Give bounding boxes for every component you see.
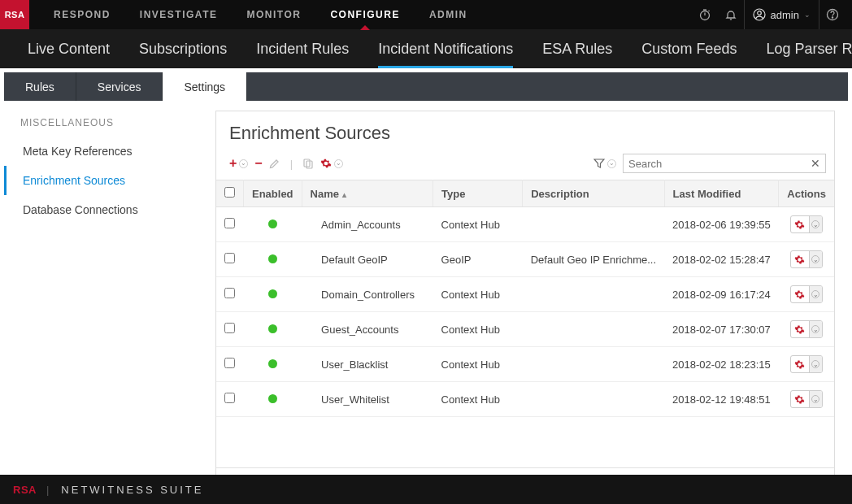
duplicate-button[interactable] bbox=[302, 158, 314, 169]
remove-button[interactable]: − bbox=[254, 156, 262, 171]
help-icon[interactable] bbox=[819, 0, 845, 29]
panel: Enrichment Sources + ⌄ − | ⌄ bbox=[215, 111, 835, 502]
top-bar-right: admin ⌄ bbox=[692, 0, 852, 29]
row-actions-button[interactable]: ⌄ bbox=[790, 355, 823, 373]
gear-icon bbox=[791, 394, 809, 405]
header-name[interactable]: Name▴ bbox=[302, 180, 433, 207]
subnav-incident-notifications[interactable]: Incident Notifications bbox=[363, 29, 528, 68]
subnav-custom-feeds[interactable]: Custom Feeds bbox=[627, 29, 751, 68]
footer-separator: | bbox=[46, 484, 51, 496]
clear-search-icon[interactable]: ✕ bbox=[811, 157, 820, 170]
topnav-respond[interactable]: RESPOND bbox=[39, 0, 125, 29]
topnav-investigate[interactable]: INVESTIGATE bbox=[125, 0, 233, 29]
header-last-modified[interactable]: Last Modified bbox=[664, 180, 779, 207]
chevron-down-icon: ⌄ bbox=[334, 159, 343, 168]
sidebar-item-enrichment[interactable]: Enrichment Sources bbox=[4, 166, 215, 195]
actions-dropdown[interactable]: ⌄ bbox=[809, 251, 822, 267]
table-row[interactable]: Domain_ControllersContext Hub2018-02-09 … bbox=[216, 277, 834, 312]
svg-point-2 bbox=[757, 11, 761, 15]
tab-settings[interactable]: Settings bbox=[163, 72, 247, 101]
cell-type: Context Hub bbox=[433, 207, 523, 242]
subnav-subscriptions[interactable]: Subscriptions bbox=[124, 29, 241, 68]
select-all-checkbox[interactable] bbox=[224, 187, 235, 198]
data-grid: Enabled Name▴ Type Description Last Modi… bbox=[216, 180, 834, 417]
settings-button[interactable]: ⌄ bbox=[320, 158, 343, 169]
row-checkbox[interactable] bbox=[224, 288, 235, 298]
row-checkbox[interactable] bbox=[224, 358, 235, 368]
cell-last-modified: 2018-02-06 19:39:55 bbox=[664, 207, 779, 242]
table-row[interactable]: Admin_AccountsContext Hub2018-02-06 19:3… bbox=[216, 207, 834, 242]
toolbar-separator: | bbox=[287, 158, 296, 170]
cell-last-modified: 2018-02-07 17:30:07 bbox=[664, 312, 779, 347]
row-checkbox[interactable] bbox=[224, 218, 235, 228]
cell-last-modified: 2018-02-12 19:48:51 bbox=[664, 382, 779, 417]
plus-icon: + bbox=[229, 156, 237, 171]
row-checkbox[interactable] bbox=[224, 323, 235, 333]
actions-dropdown[interactable]: ⌄ bbox=[809, 356, 822, 372]
header-select-all[interactable] bbox=[216, 180, 244, 207]
table-row[interactable]: Guest_AccountsContext Hub2018-02-07 17:3… bbox=[216, 312, 834, 347]
actions-dropdown[interactable]: ⌄ bbox=[809, 216, 822, 232]
bell-icon[interactable] bbox=[718, 0, 744, 29]
row-actions-button[interactable]: ⌄ bbox=[790, 320, 823, 338]
table-row[interactable]: User_BlacklistContext Hub2018-02-02 18:2… bbox=[216, 347, 834, 382]
actions-dropdown[interactable]: ⌄ bbox=[809, 321, 822, 337]
user-menu[interactable]: admin ⌄ bbox=[744, 0, 819, 29]
actions-dropdown[interactable]: ⌄ bbox=[809, 391, 822, 407]
sidebar-item-meta-key[interactable]: Meta Key References bbox=[4, 137, 215, 166]
cell-last-modified: 2018-02-02 18:23:15 bbox=[664, 347, 779, 382]
tab-services[interactable]: Services bbox=[76, 72, 163, 101]
header-actions: Actions bbox=[779, 180, 834, 207]
subnav-esa-rules[interactable]: ESA Rules bbox=[528, 29, 627, 68]
tab-strip: Rules Services Settings bbox=[0, 68, 852, 101]
edit-icon bbox=[269, 158, 280, 169]
subnav-log-parser[interactable]: Log Parser Ru bbox=[751, 29, 852, 68]
header-enabled[interactable]: Enabled bbox=[244, 180, 302, 207]
top-bar: RSA RESPOND INVESTIGATE MONITOR CONFIGUR… bbox=[0, 0, 852, 29]
subnav-incident-rules[interactable]: Incident Rules bbox=[241, 29, 363, 68]
row-actions-button[interactable]: ⌄ bbox=[790, 215, 823, 233]
row-actions-button[interactable]: ⌄ bbox=[790, 285, 823, 303]
tab-rules[interactable]: Rules bbox=[4, 72, 76, 101]
actions-dropdown[interactable]: ⌄ bbox=[809, 286, 822, 302]
chevron-down-icon: ⌄ bbox=[239, 159, 248, 168]
gear-icon bbox=[791, 254, 809, 265]
table-row[interactable]: User_WhitelistContext Hub2018-02-12 19:4… bbox=[216, 382, 834, 417]
add-button[interactable]: + ⌄ bbox=[229, 156, 248, 171]
top-nav: RESPOND INVESTIGATE MONITOR CONFIGURE AD… bbox=[29, 0, 692, 29]
row-actions-button[interactable]: ⌄ bbox=[790, 250, 823, 268]
row-checkbox[interactable] bbox=[224, 253, 235, 263]
minus-icon: − bbox=[254, 156, 262, 171]
content-area: Enrichment Sources + ⌄ − | ⌄ bbox=[215, 101, 848, 475]
gear-icon bbox=[791, 359, 809, 370]
row-actions-button[interactable]: ⌄ bbox=[790, 390, 823, 408]
chevron-down-icon: ⌄ bbox=[811, 220, 819, 228]
row-checkbox[interactable] bbox=[224, 393, 235, 403]
panel-title: Enrichment Sources bbox=[216, 111, 834, 152]
cell-name: Guest_Accounts bbox=[302, 312, 433, 347]
svg-point-4 bbox=[832, 17, 832, 18]
subnav-live-content[interactable]: Live Content bbox=[13, 29, 124, 68]
table-row[interactable]: Default GeoIPGeoIPDefault Geo IP Enrichm… bbox=[216, 242, 834, 277]
search-box: ✕ bbox=[623, 154, 826, 173]
cell-type: Context Hub bbox=[433, 382, 523, 417]
topnav-admin[interactable]: ADMIN bbox=[415, 0, 482, 29]
edit-button[interactable] bbox=[269, 158, 280, 169]
sidebar-item-database[interactable]: Database Connections bbox=[4, 195, 215, 224]
chevron-down-icon: ⌄ bbox=[804, 11, 811, 19]
filter-button[interactable]: ⌄ bbox=[593, 158, 616, 169]
cell-name: User_Whitelist bbox=[302, 382, 433, 417]
cell-description bbox=[523, 207, 664, 242]
brand-logo: RSA bbox=[0, 0, 29, 29]
stopwatch-icon[interactable] bbox=[692, 0, 718, 29]
header-description[interactable]: Description bbox=[523, 180, 664, 207]
header-type[interactable]: Type bbox=[433, 180, 523, 207]
chevron-down-icon: ⌄ bbox=[811, 290, 819, 298]
gear-icon bbox=[320, 158, 332, 169]
topnav-configure[interactable]: CONFIGURE bbox=[315, 0, 415, 29]
search-input[interactable] bbox=[628, 158, 811, 170]
sidebar: MISCELLANEOUS Meta Key References Enrich… bbox=[4, 101, 215, 475]
topnav-monitor[interactable]: MONITOR bbox=[232, 0, 315, 29]
footer: RSA | NETWITNESS SUITE bbox=[0, 475, 852, 504]
cell-last-modified: 2018-02-02 15:28:47 bbox=[664, 242, 779, 277]
